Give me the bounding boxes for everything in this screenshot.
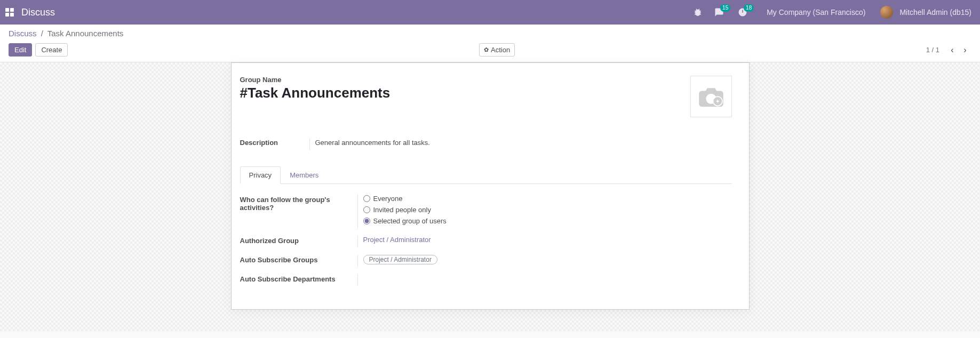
company-switcher[interactable]: My Company (San Francisco) (763, 8, 865, 17)
edit-button[interactable]: Edit (9, 43, 32, 57)
pager-next-icon[interactable]: › (959, 44, 971, 57)
breadcrumb-current: Task Announcements (47, 29, 124, 38)
image-upload[interactable] (690, 76, 732, 117)
tab-members[interactable]: Members (281, 166, 328, 184)
authorized-group-label: Authorized Group (240, 236, 357, 245)
app-title[interactable]: Discuss (21, 7, 55, 18)
radio-invited[interactable]: Invited people only (363, 206, 732, 214)
radio-selected-input[interactable] (363, 218, 370, 224)
auto-sub-groups-tag[interactable]: Project / Administrator (363, 255, 437, 264)
tab-privacy-content: Who can follow the group's activities? E… (240, 184, 732, 286)
pager-prev-icon[interactable]: ‹ (946, 44, 959, 57)
auto-sub-depts-value (357, 274, 732, 286)
group-name-value: #Task Announcements (240, 85, 690, 101)
notebook: Privacy Members Who can follow the group… (240, 166, 732, 286)
control-panel: Discuss / Task Announcements Edit Create… (0, 25, 980, 62)
authorized-group-link[interactable]: Project / Administrator (363, 236, 732, 244)
form-background: Group Name #Task Announcements Descripti… (0, 62, 980, 331)
description-label: Description (240, 139, 309, 147)
auto-sub-depts-label: Auto Subscribe Departments (240, 274, 357, 283)
who-follow-label: Who can follow the group's activities? (240, 195, 357, 212)
radio-selected-label: Selected group of users (373, 217, 447, 225)
form-sheet: Group Name #Task Announcements Descripti… (231, 62, 750, 310)
auto-sub-groups-label: Auto Subscribe Groups (240, 255, 357, 264)
radio-everyone-input[interactable] (363, 195, 370, 202)
breadcrumb-root[interactable]: Discuss (9, 29, 37, 38)
pager-counter[interactable]: 1 / 1 (926, 46, 939, 54)
messages-badge: 15 (720, 4, 730, 12)
activities-badge: 18 (744, 4, 754, 12)
debug-icon[interactable] (693, 7, 703, 17)
action-button-label: Action (491, 46, 510, 54)
camera-plus-icon (696, 85, 726, 108)
gear-icon: ✿ (484, 46, 489, 53)
radio-everyone-label: Everyone (373, 195, 403, 203)
main-navbar: Discuss 15 18 My Company (San Francisco)… (0, 0, 980, 25)
pager: 1 / 1 ‹ › (926, 44, 971, 57)
activities-icon[interactable]: 18 (738, 7, 747, 17)
group-name-label: Group Name (240, 76, 690, 84)
radio-selected[interactable]: Selected group of users (363, 217, 732, 225)
breadcrumb-separator: / (41, 29, 43, 38)
messages-icon[interactable]: 15 (714, 7, 724, 17)
apps-menu-icon[interactable] (4, 7, 15, 18)
description-value: General announcements for all tasks. (309, 139, 732, 150)
radio-invited-input[interactable] (363, 206, 370, 213)
radio-invited-label: Invited people only (373, 206, 431, 214)
create-button[interactable]: Create (35, 43, 68, 57)
tab-privacy[interactable]: Privacy (240, 166, 281, 184)
user-menu[interactable]: Mitchell Admin (db15) (880, 6, 971, 19)
radio-everyone[interactable]: Everyone (363, 195, 732, 203)
action-button[interactable]: ✿ Action (479, 43, 515, 57)
breadcrumb: Discuss / Task Announcements (9, 29, 971, 38)
avatar-icon (880, 6, 893, 19)
company-name: My Company (San Francisco) (767, 8, 865, 17)
user-name: Mitchell Admin (db15) (899, 8, 971, 17)
